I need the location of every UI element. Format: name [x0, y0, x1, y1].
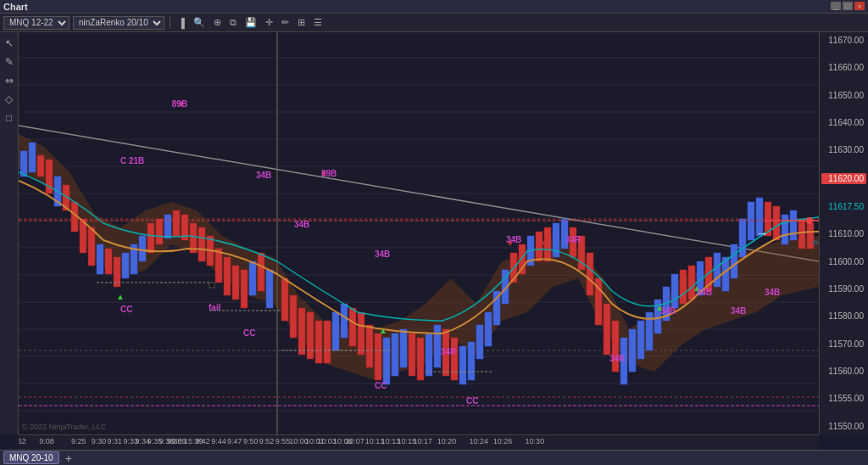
svg-point-147	[806, 217, 813, 224]
svg-rect-46	[249, 261, 256, 295]
minimize-button[interactable]: _	[831, 2, 841, 10]
svg-rect-67	[434, 325, 441, 367]
svg-rect-110	[798, 219, 805, 249]
tab-mnq20-10[interactable]: MNQ 20-10	[3, 451, 59, 464]
svg-rect-40	[198, 227, 205, 261]
price-11560: 11560.00	[821, 367, 866, 376]
zoom-out-icon[interactable]: 🔍	[191, 16, 208, 29]
chart-area[interactable]: ▼ ▼ ▼ ▼ ▲ ▲ ▲ ▲ 89B C 21B 34B 89B 34B 34…	[19, 32, 819, 434]
svg-text:34B: 34B	[697, 288, 712, 297]
svg-rect-58	[358, 312, 364, 355]
price-11600: 11600.00	[821, 257, 866, 266]
tab-bar: MNQ 20-10 +	[0, 450, 868, 465]
svg-rect-27	[88, 227, 95, 266]
copyright: © 2022 NinjaTrader, LLC	[22, 423, 106, 431]
svg-rect-65	[417, 338, 424, 380]
time-label-1024: 10:24	[470, 437, 489, 445]
svg-text:▲: ▲	[116, 292, 125, 301]
svg-text:89B: 89B	[321, 169, 337, 178]
zoom-in-icon[interactable]: ⊕	[211, 16, 224, 29]
crosshair-icon[interactable]: ✛	[263, 16, 275, 29]
svg-rect-95	[671, 274, 678, 308]
svg-rect-91	[637, 321, 644, 359]
toolbar: MNQ 12-22 ninZaRenko 20/10 ▐ 🔍 ⊕ ⧉ 💾 ✛ ✏…	[0, 14, 868, 32]
svg-rect-56	[341, 304, 348, 338]
svg-text:C 21B: C 21B	[120, 156, 144, 165]
measure-icon[interactable]: ⇔	[3, 75, 16, 87]
svg-text:34B: 34B	[375, 249, 390, 259]
svg-rect-109	[790, 210, 797, 240]
price-11580: 11580.00	[821, 311, 866, 321]
bar-chart-icon[interactable]: ▐	[175, 17, 187, 29]
svg-rect-66	[426, 333, 432, 376]
svg-rect-64	[409, 333, 415, 376]
price-11640: 11640.00	[821, 118, 866, 127]
time-label-955: 9:55	[275, 437, 291, 445]
time-label-1017: 10:17	[413, 437, 432, 445]
svg-text:89B: 89B	[172, 99, 187, 109]
svg-text:CC: CC	[243, 328, 255, 338]
grid-icon[interactable]: ⊞	[295, 16, 308, 29]
maximize-button[interactable]: □	[843, 2, 853, 10]
svg-text:CC: CC	[375, 381, 387, 390]
price-11550: 11550.00	[821, 422, 866, 431]
svg-rect-63	[400, 329, 407, 367]
svg-text:34B: 34B	[294, 220, 309, 229]
time-label-908: 9:08	[39, 437, 54, 445]
price-11630: 11630.00	[821, 145, 866, 154]
time-label-947: 9:47	[227, 437, 242, 445]
price-axis: 11670.00 11660.00 11650.00 11640.00 1163…	[819, 32, 868, 434]
svg-rect-111	[807, 223, 814, 249]
shape-icon[interactable]: ◇	[3, 93, 16, 105]
svg-rect-21	[37, 155, 44, 176]
tab-add-button[interactable]: +	[63, 451, 75, 465]
time-label-852: 8:52	[19, 437, 26, 445]
svg-rect-102	[731, 244, 737, 278]
close-button[interactable]: ×	[854, 2, 865, 10]
save-icon[interactable]: 💾	[242, 16, 259, 29]
svg-text:▲: ▲	[379, 326, 387, 335]
svg-rect-103	[739, 219, 746, 257]
svg-text:34B: 34B	[765, 288, 780, 297]
scroll-right-indicator[interactable]: →	[756, 227, 768, 240]
svg-rect-57	[349, 308, 356, 346]
time-label-942: 9:42	[195, 437, 210, 445]
svg-text:▼: ▼	[540, 238, 548, 248]
time-label-931: 9:31	[108, 437, 123, 445]
price-11650: 11650.00	[821, 91, 866, 100]
svg-rect-107	[773, 206, 780, 240]
time-label-925: 9:25	[71, 437, 86, 445]
rect-icon[interactable]: □	[3, 112, 16, 124]
svg-rect-31	[122, 253, 129, 278]
svg-rect-34	[147, 223, 154, 253]
svg-rect-29	[105, 249, 112, 274]
chart-type-select[interactable]: ninZaRenko 20/10	[73, 16, 164, 30]
time-label-1007: 10:07	[345, 437, 364, 445]
svg-text:34B: 34B	[731, 306, 746, 316]
draw-icon[interactable]: ✎	[3, 56, 16, 68]
copy-icon[interactable]: ⧉	[227, 16, 239, 29]
price-11660: 11660.00	[821, 63, 866, 72]
cursor-icon[interactable]: ↖	[3, 37, 16, 49]
symbol-select[interactable]: MNQ 12-22	[3, 16, 70, 30]
svg-rect-28	[97, 244, 103, 274]
svg-text:34B: 34B	[660, 306, 676, 316]
svg-rect-85	[587, 253, 593, 295]
price-11617: 11617.50	[821, 202, 866, 211]
svg-rect-48	[266, 270, 273, 308]
svg-rect-59	[366, 325, 373, 367]
price-11670: 11670.00	[821, 36, 866, 45]
left-sidebar: ↖ ✎ ⇔ ◇ □	[0, 32, 19, 434]
chart-title: Chart	[3, 2, 28, 12]
menu-icon[interactable]: ☰	[311, 16, 325, 29]
svg-rect-90	[629, 329, 636, 372]
svg-rect-62	[392, 333, 398, 376]
price-11610: 11610.00	[821, 229, 866, 238]
pen-icon[interactable]: ✏	[279, 16, 292, 29]
time-label-1020: 10:20	[437, 437, 457, 445]
svg-rect-100	[714, 253, 721, 287]
svg-rect-108	[782, 215, 788, 244]
svg-rect-52	[307, 312, 314, 359]
svg-rect-69	[451, 338, 458, 380]
svg-rect-60	[375, 333, 381, 380]
